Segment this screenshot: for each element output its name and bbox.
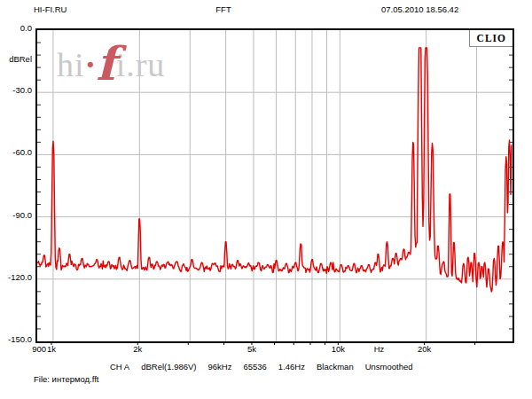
fft-plot-area: hi·fi.ru CLIO [35, 28, 514, 343]
y-axis-tick-label: 0.0 [0, 24, 32, 33]
status-item: 65536 [243, 362, 266, 372]
status-item: dBRel(1.986V) [141, 362, 196, 372]
page-title: FFT [0, 4, 447, 14]
status-item: 1.46Hz [278, 362, 305, 372]
y-axis-tick-label: -90.0 [0, 211, 32, 220]
clio-logo-badge: CLIO [469, 30, 512, 47]
y-axis-unit-label: dBRel [0, 55, 32, 64]
x-axis-outer-ticks [35, 341, 511, 347]
y-axis-tick-label: -120.0 [0, 273, 32, 282]
y-axis-tick-label: -30.0 [0, 86, 32, 95]
fft-measurement-window: HI-FI.RU FFT 07.05.2010 18.56.42 hi·fi.r… [0, 0, 532, 399]
status-item: Unsmoothed [365, 362, 413, 372]
y-axis-tick-label: -150.0 [0, 335, 32, 344]
spectrum-trace [37, 30, 512, 341]
file-name-label: File: интермод.fft [34, 374, 99, 384]
status-line: CH AdBRel(1.986V)96kHz655361.46HzBlackma… [110, 362, 425, 372]
status-item: Blackman [317, 362, 354, 372]
header-datetime: 07.05.2010 18.56.42 [381, 4, 458, 14]
y-axis-tick-label: -60.0 [0, 148, 32, 157]
status-item: CH A [110, 362, 129, 372]
status-item: 96kHz [208, 362, 232, 372]
